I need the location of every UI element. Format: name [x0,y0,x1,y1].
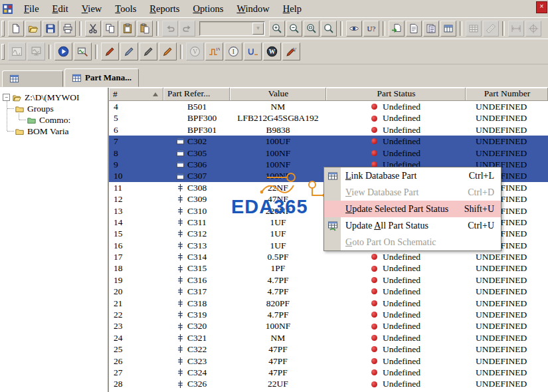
menu-tools[interactable]: Tools [108,1,143,17]
part-number-cell: UNDEFINED [466,251,548,262]
tree-item-workspace-root[interactable]: −Z:\D\(MYWOI [0,92,108,103]
undo-button[interactable] [162,21,178,37]
zoom-in-button[interactable] [269,21,285,37]
voltmeter-button[interactable]: V [186,43,204,60]
crosshair-button[interactable] [525,21,541,37]
table-row-21[interactable]: 21C318820PFUndefinedUNDEFINED [109,298,548,309]
copy-button[interactable] [102,21,118,37]
waveform-button[interactable] [8,43,26,60]
value-cell: 100NF [230,320,326,332]
paste-page-button[interactable] [137,21,153,37]
table-row-6[interactable]: 6BPF301B9838UndefinedUNDEFINED [109,124,548,136]
bom-button[interactable] [423,21,439,37]
context-menu: Link Database PartCtrl+LView Database Pa… [323,167,502,251]
menu-item-shortcut: Ctrl+U [468,221,501,231]
menu-item-goto-part-on-schematic[interactable]: Goto Part On Schematic [324,234,501,250]
table-row-5[interactable]: 5BPF300LFB212G45SG8A192UndefinedUNDEFINE… [109,112,548,124]
new-file-button[interactable] [8,21,24,37]
table-row-8[interactable]: 8C305100NFUndefinedUNDEFINED [109,147,548,159]
table-row-17[interactable]: 17C3140.5PFUndefinedUNDEFINED [109,251,548,262]
measure-button[interactable] [483,21,499,37]
part-number-cell: UNDEFINED [466,332,548,343]
table-row-18[interactable]: 18C3151PFUndefinedUNDEFINED [109,262,548,274]
table-row-23[interactable]: 23C320100NFUndefinedUNDEFINED [109,320,548,332]
view-eye-button[interactable] [346,21,362,37]
save-button[interactable] [43,21,58,37]
part-ref-cell: C307 [163,170,230,181]
capacitor-icon [176,322,185,331]
report-button[interactable] [406,21,422,37]
update-part-button[interactable]: U? [363,21,379,37]
redo-button[interactable] [179,21,195,37]
column-header-part-number[interactable]: Part Number [466,88,548,101]
row-number-cell: 15 [109,228,163,239]
table-row-27[interactable]: 27C32447PFUndefinedUNDEFINED [109,367,548,378]
netlist-button[interactable] [440,21,456,37]
tab-part-manager[interactable]: Part Mana... [64,68,139,87]
column-header-part-status[interactable]: Part Status [326,88,466,101]
zoom-full-button[interactable] [321,21,337,37]
column-header-part-ref[interactable]: Part Refer... [163,88,230,101]
zoom-window-button[interactable] [304,21,320,37]
menu-item-update-selected-part-status[interactable]: Update Selected Part StatusShift+U [324,201,501,217]
status-dot-icon [371,150,377,156]
scope-probe-button[interactable] [74,43,92,60]
part-ref-cell: C324 [163,367,230,378]
probe-red-button[interactable] [101,43,119,60]
open-folder-button[interactable] [25,21,41,37]
table-row-20[interactable]: 20C3174.7PFUndefinedUNDEFINED [109,286,548,297]
toolbar-combobox[interactable]: ▾ [199,21,265,36]
menu-view[interactable]: View [75,1,109,17]
menu-edit[interactable]: Edit [46,1,75,17]
table-row-28[interactable]: 28C32622UFUndefinedUNDEFINED [109,378,548,389]
dimension-button[interactable] [508,21,524,37]
table-row-22[interactable]: 22C3194.7PFUndefinedUNDEFINED [109,309,548,320]
tab-schematic[interactable] [2,70,63,87]
menu-item-view-database-part[interactable]: View Database PartCtrl+D [324,184,501,201]
toolbar-grip[interactable] [1,21,5,37]
probe-v-button[interactable]: V [282,43,300,60]
table-row-25[interactable]: 25C32247PFUndefinedUNDEFINED [109,343,548,355]
column-header-number[interactable]: # [109,88,163,101]
app-icon [2,3,13,15]
probe-blue-button[interactable] [120,43,138,60]
table-row-4[interactable]: 4B501NMUndefinedUNDEFINED [109,101,548,112]
menu-help[interactable]: Help [276,1,308,17]
menu-file[interactable]: File [17,1,46,17]
probe-orange-button[interactable] [159,43,177,60]
status-text: Undefined [383,355,420,367]
current-probe-button[interactable]: I [225,43,242,60]
pulse-1v-button[interactable]: 1V [205,43,223,60]
menu-window[interactable]: Window [230,1,276,17]
menu-reports[interactable]: Reports [143,1,186,17]
oscilloscope-button[interactable] [27,43,45,60]
table-row-24[interactable]: 24C321NMUndefinedUNDEFINED [109,332,548,343]
table-button[interactable] [466,21,482,37]
zoom-out-button[interactable] [286,21,302,37]
tree-item-bom-variants[interactable]: BOM Varia [0,126,108,137]
tree-item-groups[interactable]: Groups [0,103,108,114]
part-ref-text: C318 [187,298,207,309]
status-dot-icon [371,369,377,375]
mdi-close-button[interactable]: × [536,1,547,13]
cut-button[interactable] [85,21,101,37]
menu-options[interactable]: Options [186,1,230,17]
pulse-u-button[interactable] [244,43,262,60]
toolbar-grip[interactable] [1,44,5,60]
menu-item-link-database-part[interactable]: Link Database PartCtrl+L [324,167,501,184]
svg-text:1V: 1V [216,47,220,51]
column-header-value[interactable]: Value [230,88,326,101]
tree-item-common[interactable]: Commo: [0,114,108,126]
table-row-7[interactable]: 7C302100UFUndefinedUNDEFINED [109,136,548,147]
print-button[interactable] [60,21,76,37]
wattmeter-button[interactable]: W [263,43,281,60]
menu-item-update-all-part-status[interactable]: Update All Part StatusCtrl+U [324,217,501,234]
annotate-button[interactable] [389,21,405,37]
run-simulation-button[interactable] [54,43,72,60]
menu-item-label: Update All Part Status [341,221,468,231]
probe-dark-button[interactable] [139,43,157,60]
table-row-19[interactable]: 19C3164.7PFUndefinedUNDEFINED [109,274,548,286]
paste-button[interactable] [120,21,136,37]
table-row-26[interactable]: 26C32347PFUndefinedUNDEFINED [109,355,548,367]
collapse-icon[interactable]: − [3,94,10,101]
